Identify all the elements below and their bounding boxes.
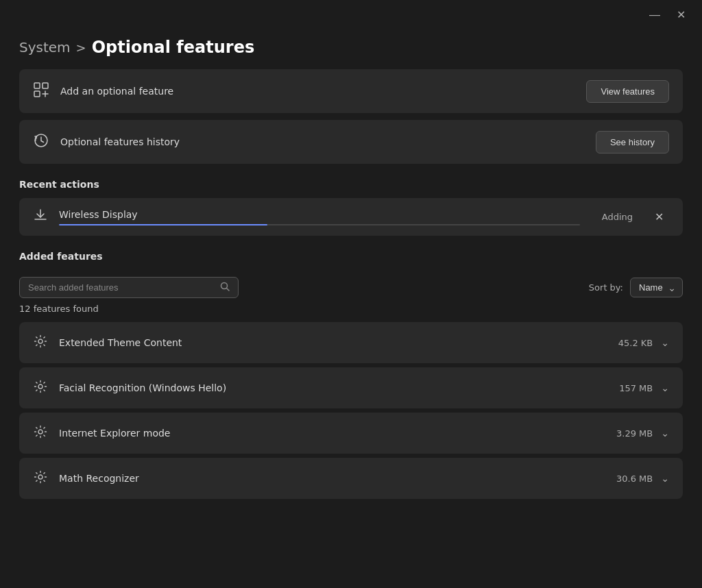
- add-feature-label: Add an optional feature: [60, 86, 173, 97]
- recent-actions-title: Recent actions: [19, 179, 683, 190]
- feature-item[interactable]: Math Recognizer 30.6 MB ⌄: [19, 458, 683, 499]
- svg-point-11: [38, 475, 43, 479]
- svg-point-9: [38, 384, 43, 389]
- add-feature-card: Add an optional feature View features: [19, 69, 683, 113]
- feature-history-label: Optional features history: [60, 136, 180, 147]
- sort-section: Sort by: Name Size: [589, 278, 683, 297]
- added-features-controls: Sort by: Name Size: [19, 277, 683, 298]
- view-features-button[interactable]: View features: [586, 80, 669, 103]
- feature-left: Facial Recognition (Windows Hello): [33, 380, 226, 396]
- feature-name: Extended Theme Content: [59, 337, 182, 348]
- chevron-down-icon: ⌄: [661, 382, 669, 393]
- recent-item-status: Adding: [602, 212, 633, 222]
- feature-gear-icon: [33, 334, 48, 351]
- progress-bar-fill: [59, 224, 267, 225]
- added-features-title: Added features: [19, 251, 683, 262]
- feature-history-card: Optional features history See history: [19, 120, 683, 164]
- svg-rect-1: [43, 83, 48, 88]
- recent-item-close-button[interactable]: ✕: [649, 208, 669, 226]
- feature-size: 30.6 MB: [616, 474, 653, 484]
- svg-line-7: [227, 289, 230, 291]
- feature-left: Extended Theme Content: [33, 334, 182, 351]
- feature-name: Math Recognizer: [59, 473, 139, 484]
- see-history-button[interactable]: See history: [596, 131, 669, 154]
- search-input[interactable]: [28, 282, 215, 293]
- svg-point-10: [38, 430, 43, 434]
- breadcrumb: System > Optional features: [19, 38, 683, 57]
- breadcrumb-system[interactable]: System: [19, 39, 71, 56]
- breadcrumb-separator: >: [76, 40, 86, 55]
- feature-size: 157 MB: [619, 383, 653, 393]
- add-feature-card-left: Add an optional feature: [33, 82, 173, 101]
- svg-rect-2: [34, 91, 40, 97]
- recent-item-content: Wireless Display: [59, 209, 580, 225]
- feature-gear-icon: [33, 380, 48, 396]
- feature-item[interactable]: Facial Recognition (Windows Hello) 157 M…: [19, 367, 683, 408]
- window-controls: — ✕: [0, 0, 702, 24]
- chevron-down-icon: ⌄: [661, 337, 669, 348]
- feature-right: 45.2 KB ⌄: [618, 337, 669, 348]
- recent-action-item: Wireless Display Adding ✕: [19, 198, 683, 236]
- svg-rect-0: [34, 83, 40, 88]
- svg-point-8: [38, 339, 43, 343]
- progress-bar-track: [59, 224, 580, 225]
- sort-label: Sort by:: [589, 282, 623, 293]
- sort-select-wrapper[interactable]: Name Size: [630, 278, 683, 297]
- features-count: 12 features found: [19, 304, 683, 314]
- feature-item[interactable]: Internet Explorer mode 3.29 MB ⌄: [19, 413, 683, 454]
- feature-size: 45.2 KB: [618, 338, 653, 348]
- feature-right: 157 MB ⌄: [619, 382, 669, 393]
- feature-history-card-left: Optional features history: [33, 133, 180, 151]
- feature-size: 3.29 MB: [616, 428, 653, 439]
- feature-name: Internet Explorer mode: [59, 428, 170, 439]
- feature-left: Internet Explorer mode: [33, 425, 170, 441]
- download-icon: [33, 208, 48, 226]
- page-title: Optional features: [92, 38, 255, 57]
- search-icon: [220, 282, 230, 293]
- feature-left: Math Recognizer: [33, 470, 139, 487]
- history-icon: [33, 133, 49, 151]
- chevron-down-icon: ⌄: [661, 473, 669, 484]
- feature-gear-icon: [33, 470, 48, 487]
- feature-right: 3.29 MB ⌄: [616, 428, 669, 439]
- recent-item-name: Wireless Display: [59, 209, 580, 220]
- search-box[interactable]: [19, 277, 239, 298]
- feature-name: Facial Recognition (Windows Hello): [59, 382, 226, 393]
- feature-right: 30.6 MB ⌄: [616, 473, 669, 484]
- chevron-down-icon: ⌄: [661, 428, 669, 439]
- close-button[interactable]: ✕: [671, 5, 691, 24]
- sort-select[interactable]: Name Size: [630, 278, 683, 297]
- feature-item[interactable]: Extended Theme Content 45.2 KB ⌄: [19, 322, 683, 363]
- add-feature-icon: [33, 82, 49, 101]
- feature-gear-icon: [33, 425, 48, 441]
- minimize-button[interactable]: —: [644, 5, 666, 24]
